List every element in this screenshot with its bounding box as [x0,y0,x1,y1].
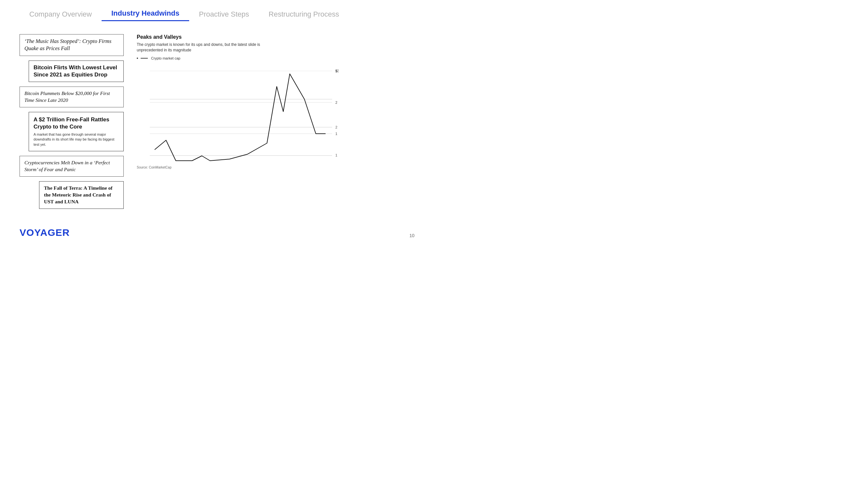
chart-source: Source: CoinMarketCap [137,166,414,169]
headline-text-3: Bitcoin Plummets Below $20,000 for First… [24,91,110,103]
headline-box-3: Bitcoin Plummets Below $20,000 for First… [20,87,124,107]
voyager-logo: VOYAGER [20,227,70,238]
nav-item-company-overview[interactable]: Company Overview [20,10,101,21]
chart-svg: $3T 2 1 0 $3T 2 1 0 2018 2019 2020 2 [137,63,339,164]
headline-box-4: A $2 Trillion Free-Fall Rattles Crypto t… [29,112,124,151]
chart-line [155,74,326,161]
nav-item-proactive-steps[interactable]: Proactive Steps [189,10,259,21]
chart-legend: Crypto market cap [137,56,414,60]
headline-box-6: The Fall of Terra: A Timeline of the Met… [39,181,124,209]
headline-box-1: ‘The Music Has Stopped’: Crypto Firms Qu… [20,34,124,56]
headline-text-1: ‘The Music Has Stopped’: Crypto Firms Qu… [24,38,111,52]
headline-subtext-4: A market that has gone through several m… [34,132,119,147]
nav-item-restructuring-process[interactable]: Restructuring Process [259,10,349,21]
page-number: 10 [409,233,414,238]
svg-text:$3T: $3T [335,69,339,73]
headline-box-5: Cryptocurrencies Melt Down in a ‘Perfect… [20,156,124,177]
svg-text:1: 1 [335,132,337,136]
svg-text:0: 0 [335,163,337,164]
footer: VOYAGER 10 [20,227,414,238]
headlines-column: ‘The Music Has Stopped’: Crypto Firms Qu… [20,31,124,229]
headline-text-4: A $2 Trillion Free-Fall Rattles Crypto t… [34,117,110,130]
headline-text-5: Cryptocurrencies Melt Down in a ‘Perfect… [24,160,110,172]
nav-item-industry-headwinds[interactable]: Industry Headwinds [101,9,189,21]
svg-text:1: 1 [335,153,337,157]
chart-section: Peaks and Valleys The crypto market is k… [137,31,414,229]
chart-container: $3T 2 1 0 $3T 2 1 0 2018 2019 2020 2 [137,63,339,164]
navigation: Company Overview Industry Headwinds Proa… [0,0,434,21]
chart-legend-label: Crypto market cap [151,56,180,60]
headline-box-2: Bitcoin Flirts With Lowest Level Since 2… [29,61,124,82]
headline-text-2: Bitcoin Flirts With Lowest Level Since 2… [34,64,117,78]
chart-subtitle: The crypto market is known for its ups a… [137,42,414,53]
headline-text-6: The Fall of Terra: A Timeline of the Met… [44,185,112,204]
svg-text:2: 2 [335,100,337,104]
main-content: ‘The Music Has Stopped’: Crypto Firms Qu… [0,21,434,236]
legend-line [141,58,148,59]
svg-text:2: 2 [335,125,337,129]
legend-dot [137,58,138,59]
chart-title: Peaks and Valleys [137,34,414,40]
